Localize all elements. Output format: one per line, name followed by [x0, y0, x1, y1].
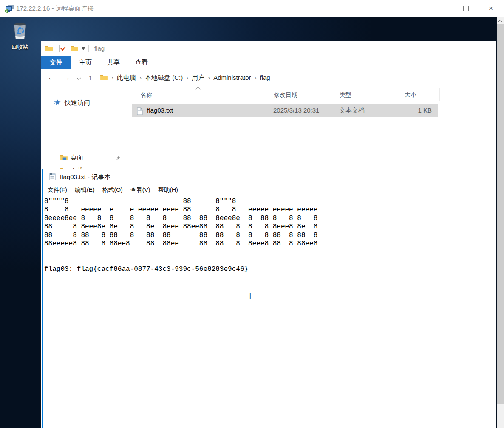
- toolbar-separator: [55, 45, 55, 52]
- forward-icon[interactable]: →: [63, 69, 70, 86]
- tab-home[interactable]: 主页: [71, 56, 99, 69]
- breadcrumb-this-pc[interactable]: 此电脑: [117, 74, 136, 81]
- up-icon[interactable]: ↑: [88, 69, 92, 86]
- breadcrumb: ›此电脑›本地磁盘 (C:)›用户›Administrator›flag: [108, 69, 270, 86]
- menu-edit[interactable]: 编辑(E): [71, 184, 99, 196]
- tab-share[interactable]: 共享: [99, 56, 127, 69]
- back-icon[interactable]: ←: [48, 69, 55, 86]
- navigation-bar: ← → ↑ ›此电脑›本地磁盘 (C:)›用户›Administrator›fl…: [41, 69, 496, 86]
- rdp-window-title: 172.22.2.16 - 远程桌面连接: [16, 0, 94, 17]
- sidebar-item-quick-access[interactable]: 快速访问: [41, 98, 127, 109]
- explorer-titlebar: flag: [41, 41, 496, 56]
- close-icon: ×: [489, 4, 493, 12]
- text-file-icon: [137, 107, 143, 119]
- file-name-cell: flag03.txt: [132, 104, 269, 117]
- file-size: 1 KB: [401, 104, 438, 117]
- address-folder-icon: [100, 74, 108, 80]
- remote-desktop-icon: [4, 3, 15, 16]
- properties-check-icon[interactable]: [59, 45, 67, 52]
- rdp-titlebar: 172.22.2.16 - 远程桌面连接 ×: [0, 0, 504, 17]
- maximize-icon: [463, 6, 469, 11]
- menu-view[interactable]: 查看(V): [127, 184, 154, 196]
- notepad-titlebar: flag03.txt - 记事本: [43, 169, 496, 184]
- qat-dropdown-icon[interactable]: [82, 47, 85, 48]
- session-vertical-scrollbar[interactable]: [497, 17, 504, 428]
- divider: [41, 86, 496, 86]
- breadcrumb-users[interactable]: 用户: [192, 74, 204, 81]
- desktop-folder-icon: [60, 155, 68, 160]
- file-row-selected[interactable]: flag03.txt 2025/3/13 20:31 文本文档 1 KB: [132, 104, 438, 117]
- file-modified: 2025/3/13 20:31: [269, 104, 335, 117]
- ribbon-tabs: 文件 主页 共享 查看: [41, 56, 496, 69]
- breadcrumb-flag[interactable]: flag: [260, 74, 270, 81]
- chevron-right-icon: ›: [204, 74, 213, 81]
- column-header-size[interactable]: 大小: [401, 88, 440, 101]
- close-button[interactable]: ×: [483, 0, 499, 17]
- column-header-filler: [440, 88, 496, 101]
- column-header-modified[interactable]: 修改日期: [269, 88, 335, 101]
- recycle-bin-label: 回收站: [6, 43, 34, 51]
- menu-help[interactable]: 帮助(H): [154, 184, 181, 196]
- column-header-label: 名称: [140, 91, 152, 98]
- sort-ascending-icon: [195, 87, 200, 91]
- chevron-right-icon: ›: [251, 74, 260, 81]
- notepad-window: flag03.txt - 记事本 文件(F) 编辑(E) 格式(O) 查看(V)…: [42, 169, 496, 428]
- explorer-window-title: flag: [94, 41, 105, 56]
- recycle-bin-icon: [10, 21, 30, 41]
- chevron-right-icon: ›: [108, 74, 117, 81]
- chevron-right-icon: ›: [183, 74, 192, 81]
- scrollbar-thumb[interactable]: [497, 24, 504, 404]
- remote-session-viewport: 回收站 flag 文件 主页 共享 查看: [0, 17, 504, 428]
- breadcrumb-local-disk-c[interactable]: 本地磁盘 (C:): [145, 74, 183, 81]
- quick-access-star-icon: [54, 99, 61, 108]
- menu-format[interactable]: 格式(O): [99, 184, 127, 196]
- recycle-bin[interactable]: 回收站: [6, 21, 34, 51]
- breadcrumb-administrator[interactable]: Administrator: [213, 74, 251, 81]
- notepad-title: flag03.txt - 记事本: [60, 169, 110, 184]
- notepad-menubar: 文件(F) 编辑(E) 格式(O) 查看(V) 帮助(H): [44, 184, 182, 196]
- maximize-button[interactable]: [458, 0, 474, 17]
- rdp-client-window: 172.22.2.16 - 远程桌面连接 × 回收站: [0, 0, 504, 428]
- menu-file[interactable]: 文件(F): [44, 184, 71, 196]
- notepad-icon: [48, 172, 57, 183]
- recent-locations-chevron-icon[interactable]: [77, 76, 81, 80]
- chevron-right-icon: ›: [136, 74, 145, 81]
- file-type: 文本文档: [335, 104, 401, 117]
- tab-file[interactable]: 文件: [41, 56, 71, 69]
- column-header-name[interactable]: 名称: [132, 88, 269, 101]
- tab-view[interactable]: 查看: [127, 56, 156, 69]
- toolbar-separator: [88, 45, 89, 52]
- sidebar-item-label: 快速访问: [65, 98, 90, 107]
- folder-icon: [45, 45, 53, 51]
- notepad-text: 8""""8 88 8"""8 8 8 eeeee e e eeeee eeee…: [43, 196, 496, 273]
- text-caret: |: [248, 292, 252, 300]
- column-headers: 名称 修改日期 类型 大小: [132, 88, 496, 101]
- minimize-icon: [438, 8, 443, 8]
- pin-icon: [116, 155, 121, 162]
- sidebar-item-desktop[interactable]: 桌面: [41, 154, 127, 165]
- column-header-type[interactable]: 类型: [335, 88, 401, 101]
- minimize-button[interactable]: [433, 0, 449, 17]
- notepad-text-area[interactable]: 8""""8 88 8"""8 8 8 eeeee e e eeeee eeee…: [43, 196, 496, 428]
- scrollbar-up-icon[interactable]: [497, 17, 504, 24]
- new-folder-icon[interactable]: [71, 45, 78, 51]
- sidebar-item-label: 桌面: [71, 154, 83, 161]
- file-name: flag03.txt: [147, 107, 173, 114]
